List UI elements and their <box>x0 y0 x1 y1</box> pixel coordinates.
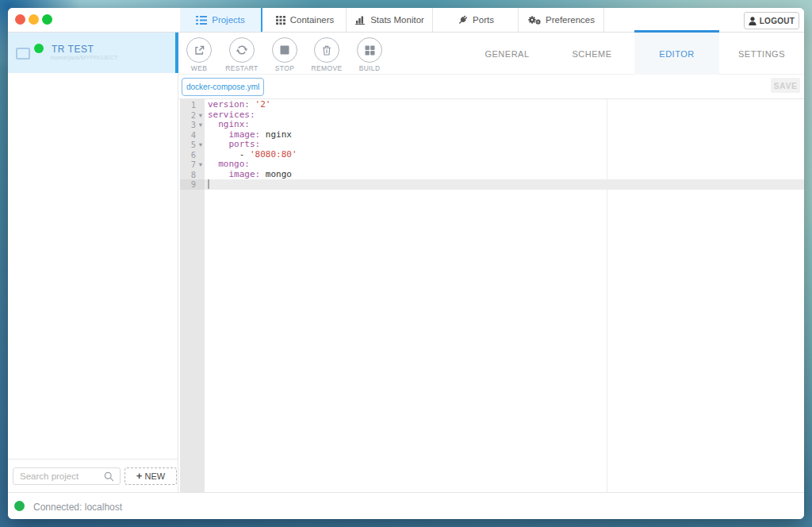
tab-editor-label: EDITOR <box>659 49 694 59</box>
top-bar: Projects Containers Stats <box>8 8 804 33</box>
fold-arrow-icon[interactable]: ▾ <box>199 160 202 170</box>
tab-general[interactable]: GENERAL <box>465 33 550 75</box>
editor-code: version: '2'services: nginx: image: ngin… <box>208 100 297 190</box>
connection-status-text: Connected: localhost <box>33 502 122 513</box>
stop-square-icon <box>280 45 289 55</box>
gutter-line-7[interactable]: 7▾ <box>180 160 205 170</box>
restart-label: RESTART <box>224 64 260 71</box>
user-icon <box>749 17 756 25</box>
gutter-line-8: 8 <box>180 170 205 180</box>
app-window: Projects Containers Stats <box>8 8 804 519</box>
project-checkbox[interactable] <box>16 48 30 60</box>
gutter-line-9: 9 <box>180 179 205 190</box>
code-line-9[interactable] <box>208 179 297 190</box>
search-icon <box>104 471 114 482</box>
remove-button[interactable]: REMOVE <box>305 37 348 73</box>
file-tab-docker-compose[interactable]: docker-compose.yml <box>182 78 264 96</box>
tab-scheme-label: SCHEME <box>572 49 611 59</box>
status-bar: Connected: localhost <box>8 492 804 519</box>
tab-preferences-label: Preferences <box>546 15 595 25</box>
tab-containers[interactable]: Containers <box>264 8 347 32</box>
text-cursor <box>208 179 209 189</box>
tab-stats-monitor-label: Stats Monitor <box>370 15 424 25</box>
code-editor[interactable]: version: '2'services: nginx: image: ngin… <box>178 99 804 492</box>
connection-status-dot <box>14 501 25 511</box>
tab-ports[interactable]: Ports <box>434 8 519 32</box>
new-project-label: NEW <box>144 471 165 481</box>
gutter-line-6: 6 <box>180 150 205 160</box>
window-minimize-button[interactable] <box>29 14 39 25</box>
gutter-line-1: 1 <box>180 100 205 110</box>
tab-settings-label: SETTINGS <box>738 49 785 59</box>
search-box <box>13 467 121 485</box>
web-button[interactable]: WEB <box>178 37 220 73</box>
trash-icon <box>322 45 331 56</box>
fold-arrow-icon[interactable]: ▾ <box>199 140 202 150</box>
action-button-circle <box>357 37 382 63</box>
grid-icon <box>276 16 285 25</box>
project-toolbar: WEB RESTART <box>178 33 804 75</box>
stop-button[interactable]: STOP <box>263 37 306 73</box>
stop-label: STOP <box>266 64 303 71</box>
file-tab-label: docker-compose.yml <box>186 83 259 91</box>
gutter-line-3[interactable]: 3▾ <box>180 120 205 130</box>
print-margin-line <box>607 99 607 492</box>
sidebar-search-area: + NEW <box>8 459 178 492</box>
tab-editor[interactable]: EDITOR <box>634 33 719 75</box>
gutter-line-5[interactable]: 5▾ <box>180 140 205 150</box>
action-button-circle <box>186 37 212 63</box>
action-button-circle <box>314 37 339 63</box>
restart-button[interactable]: RESTART <box>220 37 263 73</box>
list-icon <box>196 16 207 25</box>
project-path: /home/jack/MYPROJECT <box>50 54 118 60</box>
action-button-circle <box>272 37 297 63</box>
file-tab-row: docker-compose.yml SAVE <box>178 75 804 99</box>
project-status-dot <box>34 44 44 53</box>
plus-icon: + <box>136 470 143 482</box>
plug-icon <box>458 15 468 25</box>
tab-settings[interactable]: SETTINGS <box>719 33 804 75</box>
window-maximize-button[interactable] <box>42 14 52 25</box>
tab-preferences[interactable]: Preferences <box>519 8 604 32</box>
fold-arrow-icon[interactable]: ▾ <box>199 120 202 130</box>
logout-button[interactable]: LOGOUT <box>744 12 799 29</box>
external-link-icon <box>194 45 205 56</box>
save-button[interactable]: SAVE <box>771 78 800 93</box>
search-project-input[interactable] <box>20 469 103 483</box>
action-button-circle <box>229 37 255 63</box>
project-name: TR TEST <box>52 44 94 55</box>
build-grid-icon <box>365 45 375 56</box>
window-close-button[interactable] <box>15 14 25 25</box>
editor-gutter: 12▾3▾45▾67▾89 <box>180 99 205 492</box>
project-item-tr-test[interactable]: TR TEST /home/jack/MYPROJECT <box>8 33 178 73</box>
build-label: BUILD <box>351 64 388 71</box>
tab-projects[interactable]: Projects <box>180 8 262 32</box>
tab-scheme[interactable]: SCHEME <box>550 33 634 75</box>
remove-label: REMOVE <box>308 64 345 71</box>
code-line-8[interactable]: image: mongo <box>208 170 297 180</box>
gutter-line-4: 4 <box>180 130 205 140</box>
refresh-icon <box>236 44 247 56</box>
gears-icon <box>528 15 541 25</box>
build-button[interactable]: BUILD <box>348 37 391 73</box>
gutter-line-2[interactable]: 2▾ <box>180 110 205 121</box>
sidebar: TR TEST /home/jack/MYPROJECT + NEW <box>8 33 178 492</box>
bar-chart-icon <box>355 16 366 25</box>
tab-containers-label: Containers <box>290 15 335 25</box>
editor-code-area[interactable]: version: '2'services: nginx: image: ngin… <box>205 99 804 492</box>
new-project-button[interactable]: + NEW <box>124 467 177 485</box>
tab-projects-label: Projects <box>212 15 245 25</box>
tab-general-label: GENERAL <box>485 49 529 59</box>
tab-ports-label: Ports <box>473 15 494 25</box>
logout-label: LOGOUT <box>760 17 795 25</box>
tab-stats-monitor[interactable]: Stats Monitor <box>347 8 433 32</box>
fold-arrow-icon[interactable]: ▾ <box>199 110 202 121</box>
web-label: WEB <box>181 64 217 71</box>
